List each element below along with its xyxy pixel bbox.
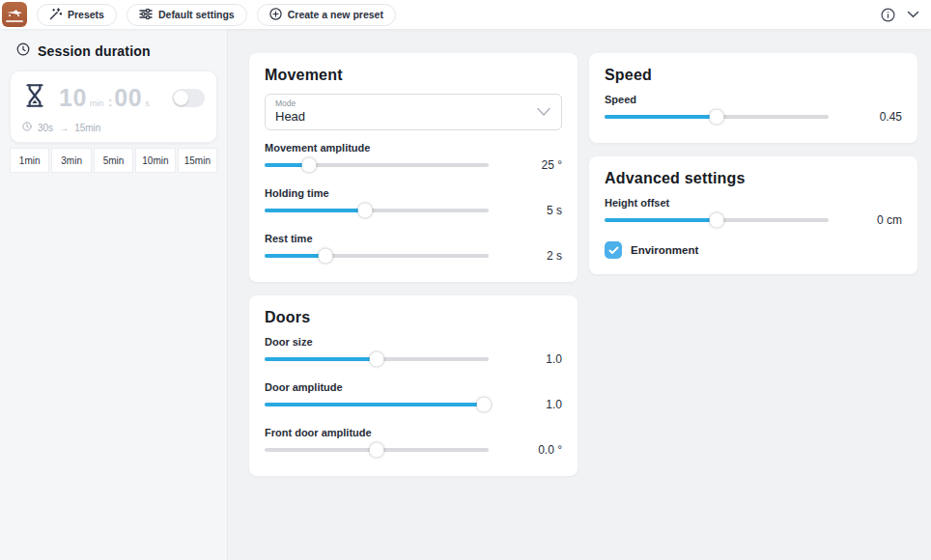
speed-card: Speed Speed 0.45 [589,53,917,143]
slider-fill [265,209,365,212]
doors-title: Doors [265,309,562,326]
slider-height-offset: Height offset 0 cm [605,197,902,231]
slider-value: 25 ° [498,158,562,172]
presets-button-label: Presets [68,9,104,20]
slider-label: Front door amplitude [265,427,562,438]
session-timer-toggle[interactable] [172,89,205,107]
slider-thumb[interactable] [710,110,724,125]
slider-track[interactable] [265,254,489,258]
doors-card: Doors Door size 1.0 Door amplitude [249,295,578,476]
clock-icon [16,42,30,60]
slider-track[interactable] [265,209,489,212]
tune-sliders-icon [139,8,153,22]
slider-track[interactable] [265,403,489,406]
timer-seconds-unit: s [145,98,150,108]
slider-thumb[interactable] [318,249,332,264]
topbar-right-actions [881,8,931,22]
slider-thumb[interactable] [710,213,724,228]
slider-label: Rest time [265,233,562,244]
slider-holding-time: Holding time 5 s [265,187,562,221]
create-preset-button[interactable]: Create a new preset [257,4,396,26]
duration-preset-1min[interactable]: 1min [10,148,49,173]
hourglass-icon [22,82,47,113]
mode-select-label: Mode [275,98,551,108]
slider-fill [605,115,717,119]
timer-display: 10 min : 00 s [59,84,153,112]
sidebar-title: Session duration [38,43,151,59]
checkmark-icon [608,241,619,259]
top-bar: Presets Default settings Create a new pr… [0,0,931,29]
slider-thumb[interactable] [370,352,384,367]
slider-rest-time: Rest time 2 s [265,233,562,266]
slider-thumb[interactable] [370,443,384,458]
duration-preset-15min[interactable]: 15min [178,148,217,173]
slider-label: Door amplitude [265,381,562,393]
mode-select[interactable]: Mode Head [265,94,562,130]
environment-checkbox-row: Environment [605,241,902,259]
app-body: Session duration 10 min : 00 s [0,29,931,560]
toggle-knob [174,91,188,105]
slider-thumb[interactable] [302,158,317,173]
slider-fill [605,218,717,222]
range-min: 30s [38,123,53,133]
advanced-settings-card: Advanced settings Height offset 0 cm [589,156,917,274]
slider-label: Holding time [265,187,562,199]
duration-preset-3min[interactable]: 3min [51,148,91,173]
slider-track[interactable] [605,115,829,119]
main-content: Movement Mode Head Movement amplitude [228,29,931,560]
duration-preset-row: 1min 3min 5min 10min 15min [10,148,217,173]
chevron-down-icon[interactable] [907,11,919,18]
timer-minutes: 10 [59,84,87,112]
app-logo [2,2,27,27]
slider-door-size: Door size 1.0 [265,336,562,370]
duration-preset-5min[interactable]: 5min [94,148,133,173]
slider-thumb[interactable] [477,398,492,412]
slider-value: 0.0 ° [498,443,562,457]
timer-colon: : [108,96,112,109]
logo-wordmark [6,20,23,22]
presets-button[interactable]: Presets [37,4,117,26]
range-arrow: → [59,123,69,133]
slider-value: 1.0 [498,398,562,411]
slider-label: Door size [265,336,562,348]
slider-value: 2 s [498,249,562,263]
slider-label: Speed [605,94,902,105]
default-settings-button-label: Default settings [158,9,235,20]
magic-wand-icon [49,8,62,22]
slider-speed: Speed 0.45 [605,94,902,127]
select-chevron-down-icon [536,103,551,121]
info-icon[interactable] [881,8,895,22]
environment-checkbox-label: Environment [631,244,698,256]
advanced-settings-title: Advanced settings [605,170,902,187]
slider-door-amplitude: Door amplitude 1.0 [265,381,562,415]
slider-track[interactable] [265,163,489,167]
session-duration-sidebar: Session duration 10 min : 00 s [0,29,228,560]
slider-label: Movement amplitude [265,142,562,154]
slider-fill [265,357,377,361]
sidebar-header: Session duration [0,41,227,70]
plus-circle-icon [269,8,282,22]
timer-seconds: 00 [114,84,142,112]
left-column: Movement Mode Head Movement amplitude [249,53,578,476]
duration-preset-10min[interactable]: 10min [135,148,175,173]
movement-title: Movement [265,67,562,84]
speed-title: Speed [605,67,902,84]
slider-front-door-amplitude: Front door amplitude 0.0 ° [265,427,562,461]
small-clock-icon [22,122,32,133]
right-column: Speed Speed 0.45 Advanced settings [589,53,917,274]
timer-minutes-unit: min [90,98,104,108]
slider-value: 1.0 [498,352,562,366]
create-preset-button-label: Create a new preset [288,9,383,20]
environment-checkbox[interactable] [605,241,622,259]
slider-track[interactable] [265,357,489,361]
slider-track[interactable] [605,218,829,222]
slider-thumb[interactable] [358,204,373,218]
slider-track[interactable] [265,448,489,452]
mode-select-value: Head [275,109,551,124]
slider-fill [265,403,484,406]
timer-row: 10 min : 00 s [22,82,205,113]
slider-value: 0 cm [838,213,902,227]
slider-label: Height offset [605,197,902,209]
slider-value: 0.45 [838,110,902,124]
default-settings-button[interactable]: Default settings [127,4,247,26]
